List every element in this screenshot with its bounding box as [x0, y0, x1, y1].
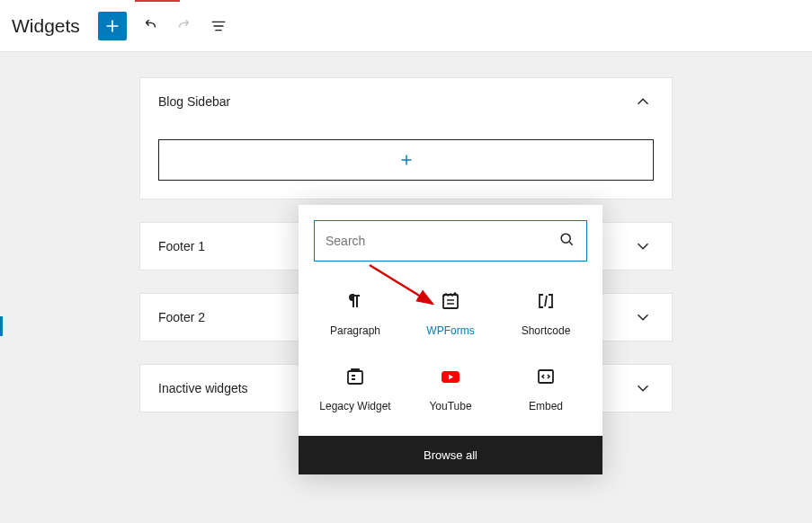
block-label: Shortcode: [522, 324, 571, 337]
legacy-widget-icon: [344, 366, 366, 387]
wpforms-icon: [440, 290, 461, 312]
block-label: Legacy Widget: [319, 400, 390, 412]
block-embed[interactable]: Embed: [498, 357, 593, 425]
block-grid: Paragraph WPForms Shortcode Legacy Widge…: [299, 270, 602, 436]
plus-icon: [103, 16, 122, 36]
top-toolbar: Widgets: [0, 0, 812, 52]
block-shortcode[interactable]: Shortcode: [498, 281, 593, 350]
block-label: YouTube: [429, 400, 471, 412]
youtube-icon: [440, 366, 461, 387]
block-inserter-popover: Paragraph WPForms Shortcode Legacy Widge…: [299, 205, 602, 474]
widget-area-blog-sidebar: Blog Sidebar: [139, 77, 673, 199]
widget-area-title: Footer 1: [158, 239, 205, 253]
block-label: Embed: [529, 400, 563, 412]
embed-icon: [535, 366, 557, 387]
undo-button[interactable]: [139, 15, 161, 37]
redo-icon: [174, 16, 194, 36]
block-wpforms[interactable]: WPForms: [403, 281, 498, 350]
block-youtube[interactable]: YouTube: [403, 357, 498, 425]
chevron-down-icon: [632, 377, 654, 399]
svg-rect-2: [348, 371, 362, 384]
svg-rect-1: [443, 295, 458, 308]
chevron-down-icon: [632, 235, 654, 257]
browse-all-button[interactable]: Browse all: [299, 436, 602, 474]
add-block-appender[interactable]: [158, 139, 654, 181]
page-title: Widgets: [12, 15, 80, 37]
svg-rect-4: [539, 370, 553, 383]
redo-button[interactable]: [174, 15, 195, 37]
search-input[interactable]: [326, 234, 558, 248]
widget-area-header[interactable]: Blog Sidebar: [140, 78, 672, 125]
plus-icon: [397, 150, 416, 170]
block-search-field[interactable]: [314, 220, 587, 262]
svg-point-0: [561, 234, 570, 243]
list-view-button[interactable]: [208, 15, 229, 37]
toolbar-actions: [139, 15, 229, 37]
loading-indicator: [135, 0, 180, 2]
widget-area-title: Blog Sidebar: [158, 94, 230, 109]
paragraph-icon: [344, 290, 366, 312]
shortcode-icon: [535, 290, 557, 312]
list-view-icon: [209, 16, 228, 36]
chevron-up-icon: [632, 91, 654, 112]
edge-highlight: [0, 316, 3, 336]
add-block-button[interactable]: [98, 12, 127, 40]
block-label: WPForms: [426, 324, 474, 337]
undo-icon: [140, 16, 160, 36]
block-paragraph[interactable]: Paragraph: [308, 281, 403, 350]
block-label: Paragraph: [330, 324, 380, 337]
block-legacy-widget[interactable]: Legacy Widget: [308, 357, 403, 425]
widget-area-title: Footer 2: [158, 310, 205, 324]
search-icon: [558, 230, 576, 252]
widget-area-title: Inactive widgets: [158, 381, 248, 395]
chevron-down-icon: [632, 306, 654, 328]
